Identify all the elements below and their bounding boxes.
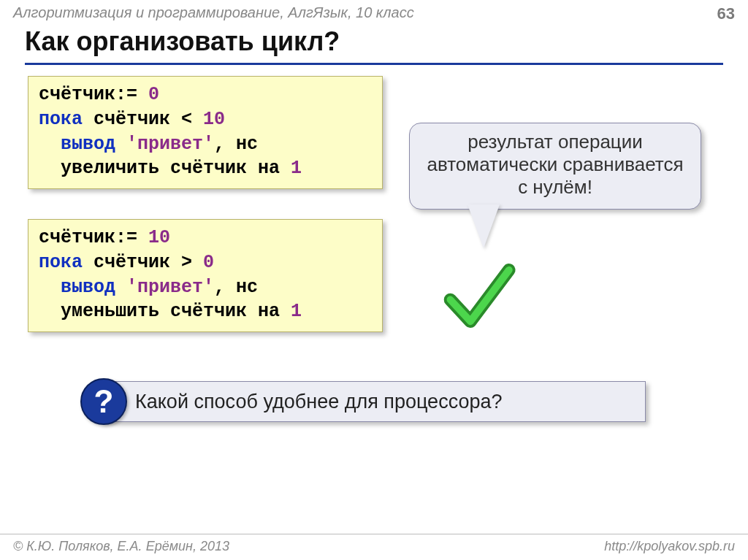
question-mark-icon: ? [94,383,114,420]
code-text [115,277,126,298]
code-text [39,134,61,155]
code-number: 10 [148,227,170,248]
code-string: 'привет' [126,134,214,155]
code-number: 10 [203,109,225,130]
slide: Алгоритмизация и программирование, АлгЯз… [0,0,748,560]
checkmark-icon [438,256,519,336]
code-number: 1 [291,158,302,179]
code-text: , нс [214,134,258,155]
top-bar: Алгоритмизация и программирование, АлгЯз… [0,0,748,25]
code-number: 0 [148,84,159,105]
question-text: Какой способ удобнее для процессора? [135,391,503,413]
code-number: 0 [203,252,214,273]
code-text: , нс [214,277,258,298]
code-text [115,134,126,155]
code-keyword: вывод [61,134,115,155]
footer: © К.Ю. Поляков, Е.А. Ерёмин, 2013 http:/… [0,534,748,560]
code-keyword: пока [39,109,83,130]
footer-url: http://kpolyakov.spb.ru [604,539,735,554]
code-block-1: счётчик:= 0 пока счётчик < 10 вывод 'при… [28,76,383,189]
code-text: счётчик < [83,109,203,130]
footer-author: © К.Ю. Поляков, Е.А. Ерёмин, 2013 [13,539,229,554]
code-text: уменьшить счётчик на [39,301,291,322]
code-keyword: пока [39,252,83,273]
code-text: := [115,84,148,105]
code-keyword: вывод [61,277,115,298]
code-text: увеличить счётчик на [39,158,291,179]
callout-bubble: результат операции автоматически сравнив… [409,123,701,210]
code-number: 1 [291,301,302,322]
callout-tail [468,204,500,248]
page-number: 63 [717,4,735,23]
code-block-2: счётчик:= 10 пока счётчик > 0 вывод 'при… [28,219,383,332]
code-text [39,277,61,298]
callout-text: результат операции автоматически сравнив… [427,131,684,198]
code-string: 'привет' [126,277,214,298]
question-mark-circle: ? [80,378,127,425]
code-text: := [115,227,148,248]
course-label: Алгоритмизация и программирование, АлгЯз… [13,4,414,21]
code-text: счётчик > [83,252,203,273]
code-text: счётчик [39,84,115,105]
slide-title: Как организовать цикл? [25,26,723,65]
question-box: Какой способ удобнее для процессора? [101,381,646,422]
code-text: счётчик [39,227,115,248]
